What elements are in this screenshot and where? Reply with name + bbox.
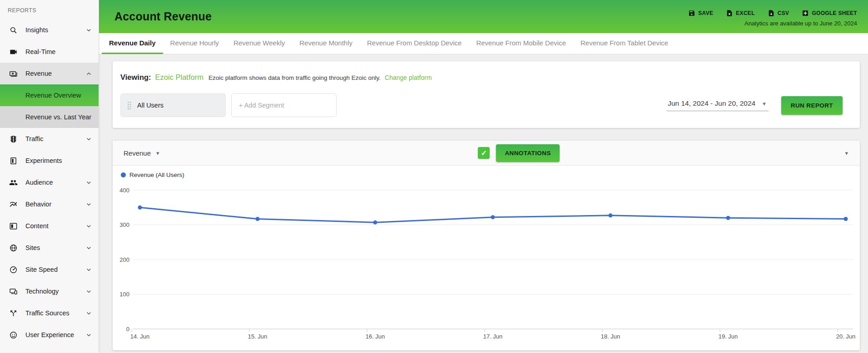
chevron-up-icon	[85, 70, 92, 77]
sidebar-item-label: Traffic	[25, 135, 43, 142]
sidebar-item-label: Site Speed	[25, 266, 58, 273]
annotations-button[interactable]: ANNOTATIONS	[496, 144, 559, 162]
platform-description: Ezoic platform shows data from traffic g…	[208, 74, 381, 81]
add-segment-button[interactable]: + Add Segment	[231, 93, 337, 117]
export-google-sheet-button[interactable]: GOOGLE SHEET	[802, 10, 857, 17]
svg-text:16. Jun: 16. Jun	[366, 333, 385, 339]
csv-icon	[768, 10, 775, 17]
sidebar-item-label: Revenue Overview	[25, 92, 81, 99]
sidebar-section-label: REPORTS	[0, 0, 99, 19]
svg-text:400: 400	[119, 187, 129, 194]
export-save-button[interactable]: SAVE	[688, 10, 713, 17]
filter-card: Viewing: Ezoic Platform Ezoic platform s…	[113, 61, 860, 128]
tab-revenue-monthly[interactable]: Revenue Monthly	[292, 33, 360, 54]
sidebar-item-label: Technology	[25, 288, 59, 295]
sidebar-item-label: Revenue	[25, 70, 52, 77]
chevron-down-icon	[85, 201, 92, 208]
export-csv-button[interactable]: CSV	[768, 10, 789, 17]
sidebar-item-sites[interactable]: Sites	[0, 237, 99, 259]
sidebar-nav: InsightsReal-TimeRevenueRevenue Overview…	[0, 19, 99, 346]
content-area: Viewing: Ezoic Platform Ezoic platform s…	[99, 54, 868, 353]
search-icon	[9, 25, 18, 34]
export-button-label: CSV	[778, 10, 789, 16]
chevron-down-icon	[85, 288, 92, 295]
svg-text:15. Jun: 15. Jun	[248, 333, 268, 339]
sidebar-item-traffic[interactable]: Traffic	[0, 128, 99, 150]
run-report-button[interactable]: RUN REPORT	[781, 96, 843, 115]
chart-toolbar: Revenue ▾ ✓ ANNOTATIONS ▾	[113, 141, 860, 166]
annotations-checkbox[interactable]: ✓	[478, 147, 490, 159]
experiments-icon	[9, 156, 18, 165]
caret-down-icon: ▾	[763, 101, 766, 107]
tab-bar: Revenue DailyRevenue HourlyRevenue Weekl…	[99, 33, 868, 54]
segment-chip-all-users[interactable]: All Users	[120, 93, 226, 117]
legend-label: Revenue (All Users)	[129, 172, 184, 178]
sidebar-item-revenue-vs-last-year[interactable]: Revenue vs. Last Year	[0, 106, 99, 128]
caret-down-icon: ▾	[156, 150, 159, 156]
export-excel-button[interactable]: EXCEL	[726, 10, 755, 17]
sidebar-item-behavior[interactable]: Behavior	[0, 193, 99, 215]
change-platform-link[interactable]: Change platform	[385, 74, 432, 81]
sidebar-item-revenue[interactable]: Revenue	[0, 63, 99, 84]
main-area: Account Revenue SAVEEXCELCSVGOOGLE SHEET…	[99, 0, 868, 353]
traffic-icon	[9, 134, 18, 143]
segment-row: All Users + Add Segment Jun 14, 2024 - J…	[120, 93, 843, 117]
svg-text:100: 100	[119, 291, 129, 298]
mood-icon	[9, 330, 18, 339]
header-right: SAVEEXCELCSVGOOGLE SHEET Analytics are a…	[688, 7, 857, 27]
svg-text:18. Jun: 18. Jun	[601, 333, 620, 339]
sidebar-item-experiments[interactable]: Experiments	[0, 150, 99, 172]
sidebar-item-audience[interactable]: Audience	[0, 172, 99, 193]
availability-note: Analytics are available up to June 20, 2…	[744, 20, 857, 27]
sidebar-item-insights[interactable]: Insights	[0, 19, 99, 41]
export-buttons: SAVEEXCELCSVGOOGLE SHEET	[688, 10, 857, 17]
sidebar-item-revenue-overview[interactable]: Revenue Overview	[0, 84, 99, 106]
speed-icon	[9, 265, 18, 274]
chevron-down-icon	[85, 136, 92, 142]
chevron-down-icon	[85, 266, 92, 273]
chart-card: Revenue ▾ ✓ ANNOTATIONS ▾ Revenue (All U…	[113, 141, 860, 350]
chart-options-caret-icon[interactable]: ▾	[845, 150, 848, 156]
sidebar-item-user-experience[interactable]: User Experience	[0, 324, 99, 346]
metric-selector[interactable]: Revenue ▾	[124, 149, 159, 157]
svg-text:19. Jun: 19. Jun	[719, 333, 738, 339]
sidebar-item-label: Content	[25, 222, 49, 230]
metric-selector-value: Revenue	[124, 149, 151, 157]
viewing-row: Viewing: Ezoic Platform Ezoic platform s…	[120, 73, 843, 82]
sidebar-item-real-time[interactable]: Real-Time	[0, 41, 99, 63]
tab-revenue-weekly[interactable]: Revenue Weekly	[226, 33, 292, 54]
split-icon	[9, 309, 18, 318]
tab-revenue-from-desktop-device[interactable]: Revenue From Desktop Device	[360, 33, 469, 54]
svg-text:20. Jun: 20. Jun	[836, 333, 856, 339]
chevron-down-icon	[85, 223, 92, 230]
export-button-label: EXCEL	[736, 10, 755, 16]
platform-name: Ezoic Platform	[155, 73, 203, 82]
chevron-down-icon	[85, 310, 92, 317]
report-controls: Jun 14, 2024 - Jun 20, 2024 ▾ RUN REPORT	[667, 96, 843, 115]
date-range-value: Jun 14, 2024 - Jun 20, 2024	[668, 99, 755, 108]
content-icon	[9, 221, 18, 230]
save-icon	[688, 10, 695, 17]
sheet-icon	[802, 10, 809, 17]
add-segment-label: + Add Segment	[239, 102, 284, 109]
tab-revenue-from-mobile-device[interactable]: Revenue From Mobile Device	[469, 33, 573, 54]
sidebar-item-label: Experiments	[25, 157, 62, 164]
sidebar-item-traffic-sources[interactable]: Traffic Sources	[0, 302, 99, 324]
sidebar-item-site-speed[interactable]: Site Speed	[0, 259, 99, 280]
tab-revenue-from-tablet-device[interactable]: Revenue From Tablet Device	[573, 33, 675, 54]
date-range-picker[interactable]: Jun 14, 2024 - Jun 20, 2024 ▾	[667, 99, 769, 111]
page-header: Account Revenue SAVEEXCELCSVGOOGLE SHEET…	[99, 0, 868, 33]
sidebar-item-content[interactable]: Content	[0, 215, 99, 237]
tab-revenue-daily[interactable]: Revenue Daily	[102, 33, 163, 54]
svg-text:300: 300	[119, 221, 129, 228]
devices-icon	[9, 287, 18, 296]
sidebar-item-label: Revenue vs. Last Year	[25, 113, 91, 121]
chevron-down-icon	[85, 27, 92, 34]
drag-handle-icon[interactable]	[127, 101, 131, 110]
sidebar-item-label: Traffic Sources	[25, 309, 69, 317]
tab-revenue-hourly[interactable]: Revenue Hourly	[163, 33, 227, 54]
svg-text:14. Jun: 14. Jun	[130, 333, 150, 339]
globe-icon	[9, 243, 18, 252]
sidebar-item-technology[interactable]: Technology	[0, 280, 99, 302]
sidebar-item-label: Real-Time	[25, 48, 55, 55]
